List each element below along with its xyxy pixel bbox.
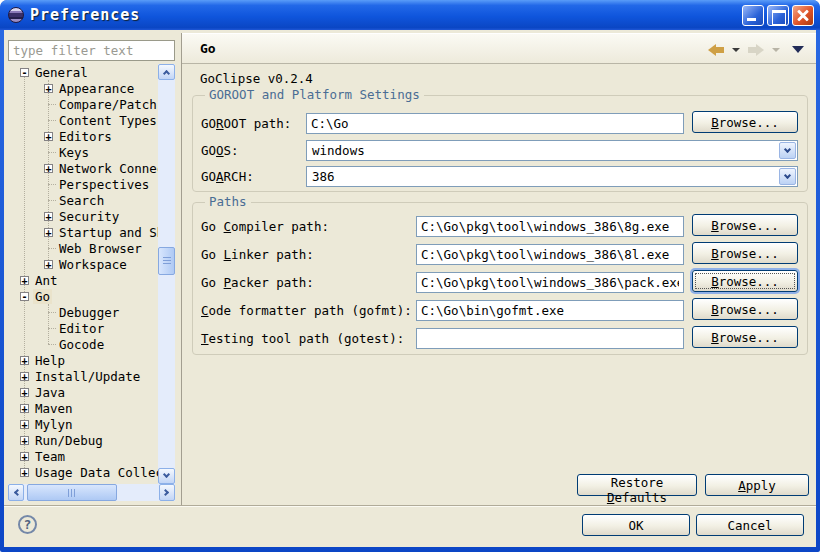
preferences-tree[interactable]: -General +Appearance Compare/Patch Conte… (8, 64, 158, 484)
compiler-path-input[interactable] (416, 216, 684, 237)
page-title: Go (200, 41, 216, 56)
packer-path-input[interactable] (416, 272, 684, 293)
minimize-icon[interactable] (742, 5, 764, 26)
packer-browse-button[interactable]: Browse... (692, 270, 798, 292)
tree-item-label: Gocode (57, 337, 106, 352)
ok-button[interactable]: OK (582, 514, 690, 536)
scroll-right-icon[interactable] (159, 484, 175, 501)
tree-item-appearance[interactable]: +Appearance (8, 80, 158, 96)
scroll-down-icon[interactable] (158, 468, 175, 484)
expand-icon[interactable]: + (20, 420, 29, 429)
expand-icon[interactable]: + (20, 404, 29, 413)
tree-vertical-scrollbar[interactable] (158, 64, 175, 484)
goarch-select[interactable]: 386 (306, 166, 798, 187)
compiler-path-label: Go Compiler path: (201, 218, 329, 236)
tree-item-gocode[interactable]: Gocode (8, 336, 158, 352)
expand-icon[interactable]: + (20, 436, 29, 445)
expand-icon[interactable]: + (44, 260, 53, 269)
expand-icon[interactable]: + (20, 452, 29, 461)
combo-dropdown-icon[interactable] (779, 168, 796, 185)
goroot-path-label: GOROOT path: (201, 115, 291, 133)
tree-item-search[interactable]: Search (8, 192, 158, 208)
tree-item-label: Usage Data Collect (33, 465, 158, 480)
compiler-browse-button[interactable]: Browse... (692, 214, 798, 236)
expand-icon[interactable]: + (44, 228, 53, 237)
tree-item-debugger[interactable]: Debugger (8, 304, 158, 320)
view-menu-icon[interactable] (792, 46, 804, 53)
expand-icon[interactable]: + (20, 356, 29, 365)
paths-group: Paths Go Compiler path: Browse... Go Lin… (192, 202, 808, 355)
goroot-browse-button[interactable]: Browse... (692, 111, 798, 133)
tree-item-go[interactable]: -Go (8, 288, 158, 304)
forward-arrow-icon[interactable] (748, 44, 764, 56)
tree-item-label: Editors (57, 129, 114, 144)
collapse-icon[interactable]: - (20, 68, 29, 77)
expand-icon[interactable]: + (20, 388, 29, 397)
tree-item-run-debug[interactable]: +Run/Debug (8, 432, 158, 448)
tree-item-network-connections[interactable]: +Network Connect (8, 160, 158, 176)
restore-defaults-button[interactable]: Restore Defaults (577, 474, 697, 496)
goos-selected-value: windows (312, 142, 365, 160)
close-icon[interactable] (792, 5, 814, 26)
expand-icon[interactable]: + (44, 212, 53, 221)
tree-item-web-browser[interactable]: Web Browser (8, 240, 158, 256)
tree-item-startup-shutdown[interactable]: +Startup and Shu (8, 224, 158, 240)
back-arrow-icon[interactable] (708, 44, 724, 56)
scroll-up-icon[interactable] (158, 64, 175, 80)
tree-item-label: Editor (57, 321, 106, 336)
horizontal-scroll-thumb[interactable] (27, 484, 117, 501)
tree-item-label: Startup and Shu (57, 225, 158, 240)
tree-item-perspectives[interactable]: Perspectives (8, 176, 158, 192)
forward-history-dropdown-icon[interactable] (772, 48, 780, 52)
tree-item-label: Network Connect (57, 161, 158, 176)
gotest-path-input[interactable] (416, 328, 684, 349)
expand-icon[interactable]: + (44, 164, 53, 173)
linker-path-input[interactable] (416, 244, 684, 265)
gofmt-path-input[interactable] (416, 300, 684, 321)
tree-item-mylyn[interactable]: +Mylyn (8, 416, 158, 432)
goroot-path-input[interactable] (306, 113, 684, 134)
tree-item-usage-data-collector[interactable]: +Usage Data Collect (8, 464, 158, 480)
vertical-scroll-thumb[interactable] (158, 247, 175, 275)
expand-icon[interactable]: + (20, 468, 29, 477)
gofmt-browse-button[interactable]: Browse... (692, 298, 798, 320)
tree-item-team[interactable]: +Team (8, 448, 158, 464)
tree-item-editor[interactable]: Editor (8, 320, 158, 336)
tree-item-java[interactable]: +Java (8, 384, 158, 400)
goos-select[interactable]: windows (306, 140, 798, 161)
tree-item-workspace[interactable]: +Workspace (8, 256, 158, 272)
page-header: Go (182, 33, 816, 64)
expand-icon[interactable]: + (20, 372, 29, 381)
gotest-browse-button[interactable]: Browse... (692, 326, 798, 348)
expand-icon[interactable]: + (20, 276, 29, 285)
tree-item-label: Compare/Patch (57, 97, 158, 112)
maximize-icon[interactable] (767, 5, 789, 26)
linker-browse-button[interactable]: Browse... (692, 242, 798, 264)
group-title: Paths (205, 194, 251, 209)
tree-item-compare-patch[interactable]: Compare/Patch (8, 96, 158, 112)
goos-label: GOOS: (201, 142, 239, 160)
tree-item-label: Web Browser (57, 241, 144, 256)
tree-item-help[interactable]: +Help (8, 352, 158, 368)
expand-icon[interactable]: + (44, 132, 53, 141)
expand-icon[interactable]: + (44, 84, 53, 93)
cancel-button[interactable]: Cancel (696, 514, 804, 536)
filter-input[interactable] (8, 40, 175, 61)
tree-item-security[interactable]: +Security (8, 208, 158, 224)
help-icon[interactable]: ? (18, 515, 37, 534)
tree-item-editors[interactable]: +Editors (8, 128, 158, 144)
tree-item-label: Security (57, 209, 121, 224)
tree-horizontal-scrollbar[interactable] (8, 484, 175, 501)
tree-item-general[interactable]: -General (8, 64, 158, 80)
tree-item-maven[interactable]: +Maven (8, 400, 158, 416)
tree-item-ant[interactable]: +Ant (8, 272, 158, 288)
collapse-icon[interactable]: - (20, 292, 29, 301)
tree-item-content-types[interactable]: Content Types (8, 112, 158, 128)
back-history-dropdown-icon[interactable] (732, 48, 740, 52)
apply-button[interactable]: Apply (705, 474, 809, 496)
tree-item-label: Content Types (57, 113, 158, 128)
scroll-left-icon[interactable] (8, 484, 24, 501)
combo-dropdown-icon[interactable] (779, 142, 796, 159)
tree-item-install-update[interactable]: +Install/Update (8, 368, 158, 384)
tree-item-keys[interactable]: Keys (8, 144, 158, 160)
